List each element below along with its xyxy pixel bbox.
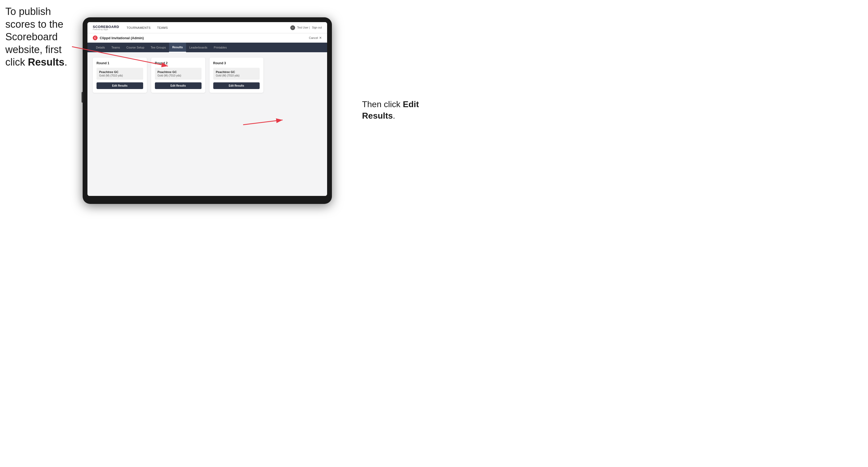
empty-round-slot — [268, 58, 322, 93]
rounds-grid: Round 1 Peachtree GC Gold (M) (7010 yds)… — [93, 58, 322, 93]
round-1-card: Round 1 Peachtree GC Gold (M) (7010 yds)… — [93, 58, 147, 93]
round-3-card: Round 3 Peachtree GC Gold (M) (7010 yds)… — [210, 58, 264, 93]
instruction-top-left: To publish scores to the Scoreboard webs… — [5, 5, 83, 69]
tab-course-setup[interactable]: Course Setup — [123, 43, 148, 52]
round-2-course-details: Gold (M) (7010 yds) — [158, 74, 199, 77]
round-1-course-details: Gold (M) (7010 yds) — [99, 74, 141, 77]
logo-text: SCOREBOARD — [93, 25, 119, 29]
tab-printables[interactable]: Printables — [211, 43, 230, 52]
cancel-button[interactable]: Cancel ✕ — [309, 36, 322, 40]
tablet-device: SCOREBOARD Powered by clippd TOURNAMENTS… — [83, 17, 332, 204]
instruction-end-period: . — [393, 111, 395, 121]
top-nav: SCOREBOARD Powered by clippd TOURNAMENTS… — [87, 22, 327, 33]
tablet-screen: SCOREBOARD Powered by clippd TOURNAMENTS… — [87, 22, 327, 196]
round-3-course-details: Gold (M) (7010 yds) — [216, 74, 257, 77]
round-3-course-name: Peachtree GC — [216, 70, 257, 73]
tab-details[interactable]: Details — [93, 43, 108, 52]
sign-out-link[interactable]: Sign out — [312, 26, 322, 29]
tab-teams[interactable]: Teams — [108, 43, 123, 52]
main-content: Round 1 Peachtree GC Gold (M) (7010 yds)… — [87, 52, 327, 196]
tab-results[interactable]: Results — [169, 43, 186, 52]
tab-tee-groups[interactable]: Tee Groups — [148, 43, 169, 52]
instruction-then-click: Then click — [362, 99, 403, 109]
nav-right: U Test User | Sign out — [290, 25, 322, 30]
cancel-label: Cancel — [309, 36, 318, 39]
close-icon: ✕ — [319, 36, 322, 40]
nav-tournaments[interactable]: TOURNAMENTS — [127, 26, 151, 30]
instruction-results-bold: Results — [28, 57, 64, 68]
round-3-title: Round 3 — [213, 61, 260, 65]
tournament-icon: C — [93, 35, 98, 40]
round-1-title: Round 1 — [96, 61, 143, 65]
instruction-bottom-right: Then click Edit Results. — [362, 99, 426, 122]
tournament-name: Clippd Invitational (Admin) — [100, 36, 309, 40]
tournament-header: C Clippd Invitational (Admin) Cancel ✕ — [87, 33, 327, 43]
round-2-card: Round 2 Peachtree GC Gold (M) (7010 yds)… — [151, 58, 205, 93]
tab-leaderboards[interactable]: Leaderboards — [186, 43, 211, 52]
round-2-course-card: Peachtree GC Gold (M) (7010 yds) — [155, 68, 202, 80]
tabs-bar: Details Teams Course Setup Tee Groups Re… — [87, 43, 327, 52]
round-2-course-name: Peachtree GC — [158, 70, 199, 73]
round-2-title: Round 2 — [155, 61, 202, 65]
round-3-edit-results-button[interactable]: Edit Results — [213, 82, 260, 89]
logo-area: SCOREBOARD Powered by clippd — [93, 25, 119, 30]
nav-links: TOURNAMENTS TEAMS — [127, 26, 290, 30]
tablet-side-button — [82, 92, 83, 103]
user-avatar: U — [290, 25, 295, 30]
round-1-course-name: Peachtree GC — [99, 70, 141, 73]
round-1-edit-results-button[interactable]: Edit Results — [96, 82, 143, 89]
nav-teams[interactable]: TEAMS — [157, 26, 168, 30]
round-2-edit-results-button[interactable]: Edit Results — [155, 82, 202, 89]
logo-sub: Powered by clippd — [93, 29, 119, 30]
user-name: Test User | — [297, 26, 310, 29]
round-3-course-card: Peachtree GC Gold (M) (7010 yds) — [213, 68, 260, 80]
round-1-course-card: Peachtree GC Gold (M) (7010 yds) — [96, 68, 143, 80]
instruction-text-suffix: . — [64, 57, 67, 68]
